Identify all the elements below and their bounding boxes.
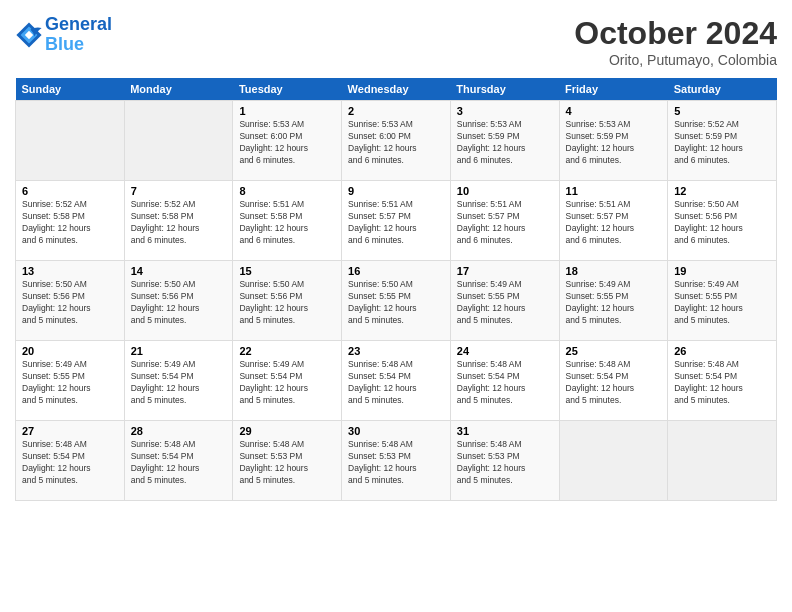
day-detail: Sunrise: 5:49 AM Sunset: 5:55 PM Dayligh… <box>674 279 770 327</box>
month-title: October 2024 <box>574 15 777 52</box>
calendar-table: SundayMondayTuesdayWednesdayThursdayFrid… <box>15 78 777 501</box>
day-cell: 18Sunrise: 5:49 AM Sunset: 5:55 PM Dayli… <box>559 261 668 341</box>
header-sunday: Sunday <box>16 78 125 101</box>
day-cell: 3Sunrise: 5:53 AM Sunset: 5:59 PM Daylig… <box>450 101 559 181</box>
day-number: 29 <box>239 425 335 437</box>
day-detail: Sunrise: 5:52 AM Sunset: 5:59 PM Dayligh… <box>674 119 770 167</box>
day-number: 6 <box>22 185 118 197</box>
day-cell: 19Sunrise: 5:49 AM Sunset: 5:55 PM Dayli… <box>668 261 777 341</box>
day-detail: Sunrise: 5:51 AM Sunset: 5:57 PM Dayligh… <box>348 199 444 247</box>
day-cell: 31Sunrise: 5:48 AM Sunset: 5:53 PM Dayli… <box>450 421 559 501</box>
week-row-0: 1Sunrise: 5:53 AM Sunset: 6:00 PM Daylig… <box>16 101 777 181</box>
day-cell: 8Sunrise: 5:51 AM Sunset: 5:58 PM Daylig… <box>233 181 342 261</box>
day-cell: 28Sunrise: 5:48 AM Sunset: 5:54 PM Dayli… <box>124 421 233 501</box>
day-number: 15 <box>239 265 335 277</box>
logo: General Blue <box>15 15 112 55</box>
day-cell <box>16 101 125 181</box>
day-number: 19 <box>674 265 770 277</box>
day-cell: 9Sunrise: 5:51 AM Sunset: 5:57 PM Daylig… <box>342 181 451 261</box>
title-block: October 2024 Orito, Putumayo, Colombia <box>574 15 777 68</box>
day-detail: Sunrise: 5:49 AM Sunset: 5:54 PM Dayligh… <box>131 359 227 407</box>
day-number: 4 <box>566 105 662 117</box>
day-detail: Sunrise: 5:48 AM Sunset: 5:53 PM Dayligh… <box>457 439 553 487</box>
day-number: 22 <box>239 345 335 357</box>
day-cell: 22Sunrise: 5:49 AM Sunset: 5:54 PM Dayli… <box>233 341 342 421</box>
week-row-2: 13Sunrise: 5:50 AM Sunset: 5:56 PM Dayli… <box>16 261 777 341</box>
day-number: 13 <box>22 265 118 277</box>
week-row-1: 6Sunrise: 5:52 AM Sunset: 5:58 PM Daylig… <box>16 181 777 261</box>
day-detail: Sunrise: 5:50 AM Sunset: 5:56 PM Dayligh… <box>239 279 335 327</box>
day-number: 10 <box>457 185 553 197</box>
week-row-3: 20Sunrise: 5:49 AM Sunset: 5:55 PM Dayli… <box>16 341 777 421</box>
day-cell: 13Sunrise: 5:50 AM Sunset: 5:56 PM Dayli… <box>16 261 125 341</box>
day-number: 9 <box>348 185 444 197</box>
header-wednesday: Wednesday <box>342 78 451 101</box>
day-detail: Sunrise: 5:53 AM Sunset: 5:59 PM Dayligh… <box>457 119 553 167</box>
day-number: 5 <box>674 105 770 117</box>
day-number: 16 <box>348 265 444 277</box>
header-monday: Monday <box>124 78 233 101</box>
day-cell: 16Sunrise: 5:50 AM Sunset: 5:55 PM Dayli… <box>342 261 451 341</box>
day-cell: 25Sunrise: 5:48 AM Sunset: 5:54 PM Dayli… <box>559 341 668 421</box>
day-number: 17 <box>457 265 553 277</box>
day-detail: Sunrise: 5:50 AM Sunset: 5:56 PM Dayligh… <box>131 279 227 327</box>
day-cell: 27Sunrise: 5:48 AM Sunset: 5:54 PM Dayli… <box>16 421 125 501</box>
day-cell: 17Sunrise: 5:49 AM Sunset: 5:55 PM Dayli… <box>450 261 559 341</box>
day-cell: 2Sunrise: 5:53 AM Sunset: 6:00 PM Daylig… <box>342 101 451 181</box>
day-detail: Sunrise: 5:50 AM Sunset: 5:56 PM Dayligh… <box>22 279 118 327</box>
day-number: 1 <box>239 105 335 117</box>
day-cell: 5Sunrise: 5:52 AM Sunset: 5:59 PM Daylig… <box>668 101 777 181</box>
day-cell: 6Sunrise: 5:52 AM Sunset: 5:58 PM Daylig… <box>16 181 125 261</box>
day-cell: 11Sunrise: 5:51 AM Sunset: 5:57 PM Dayli… <box>559 181 668 261</box>
day-detail: Sunrise: 5:48 AM Sunset: 5:54 PM Dayligh… <box>566 359 662 407</box>
day-detail: Sunrise: 5:51 AM Sunset: 5:57 PM Dayligh… <box>566 199 662 247</box>
day-detail: Sunrise: 5:48 AM Sunset: 5:54 PM Dayligh… <box>348 359 444 407</box>
day-number: 28 <box>131 425 227 437</box>
day-cell: 26Sunrise: 5:48 AM Sunset: 5:54 PM Dayli… <box>668 341 777 421</box>
logo-line2: Blue <box>45 34 84 54</box>
day-detail: Sunrise: 5:51 AM Sunset: 5:58 PM Dayligh… <box>239 199 335 247</box>
day-detail: Sunrise: 5:49 AM Sunset: 5:55 PM Dayligh… <box>22 359 118 407</box>
header-row: SundayMondayTuesdayWednesdayThursdayFrid… <box>16 78 777 101</box>
header-tuesday: Tuesday <box>233 78 342 101</box>
day-number: 8 <box>239 185 335 197</box>
day-cell <box>668 421 777 501</box>
day-cell: 24Sunrise: 5:48 AM Sunset: 5:54 PM Dayli… <box>450 341 559 421</box>
day-cell: 4Sunrise: 5:53 AM Sunset: 5:59 PM Daylig… <box>559 101 668 181</box>
day-number: 30 <box>348 425 444 437</box>
day-detail: Sunrise: 5:52 AM Sunset: 5:58 PM Dayligh… <box>22 199 118 247</box>
day-detail: Sunrise: 5:48 AM Sunset: 5:54 PM Dayligh… <box>457 359 553 407</box>
page: General Blue October 2024 Orito, Putumay… <box>0 0 792 612</box>
day-detail: Sunrise: 5:53 AM Sunset: 6:00 PM Dayligh… <box>239 119 335 167</box>
day-cell: 23Sunrise: 5:48 AM Sunset: 5:54 PM Dayli… <box>342 341 451 421</box>
day-number: 7 <box>131 185 227 197</box>
logo-icon <box>15 21 43 49</box>
day-number: 11 <box>566 185 662 197</box>
header-friday: Friday <box>559 78 668 101</box>
day-cell: 21Sunrise: 5:49 AM Sunset: 5:54 PM Dayli… <box>124 341 233 421</box>
day-number: 12 <box>674 185 770 197</box>
logo-text: General Blue <box>45 15 112 55</box>
day-detail: Sunrise: 5:52 AM Sunset: 5:58 PM Dayligh… <box>131 199 227 247</box>
day-cell: 20Sunrise: 5:49 AM Sunset: 5:55 PM Dayli… <box>16 341 125 421</box>
day-detail: Sunrise: 5:53 AM Sunset: 6:00 PM Dayligh… <box>348 119 444 167</box>
day-detail: Sunrise: 5:50 AM Sunset: 5:56 PM Dayligh… <box>674 199 770 247</box>
day-detail: Sunrise: 5:48 AM Sunset: 5:54 PM Dayligh… <box>674 359 770 407</box>
day-detail: Sunrise: 5:48 AM Sunset: 5:53 PM Dayligh… <box>239 439 335 487</box>
header-thursday: Thursday <box>450 78 559 101</box>
day-number: 20 <box>22 345 118 357</box>
day-detail: Sunrise: 5:53 AM Sunset: 5:59 PM Dayligh… <box>566 119 662 167</box>
day-detail: Sunrise: 5:49 AM Sunset: 5:55 PM Dayligh… <box>566 279 662 327</box>
day-detail: Sunrise: 5:50 AM Sunset: 5:55 PM Dayligh… <box>348 279 444 327</box>
logo-line1: General <box>45 14 112 34</box>
day-detail: Sunrise: 5:49 AM Sunset: 5:54 PM Dayligh… <box>239 359 335 407</box>
day-detail: Sunrise: 5:48 AM Sunset: 5:53 PM Dayligh… <box>348 439 444 487</box>
week-row-4: 27Sunrise: 5:48 AM Sunset: 5:54 PM Dayli… <box>16 421 777 501</box>
day-number: 18 <box>566 265 662 277</box>
header-saturday: Saturday <box>668 78 777 101</box>
day-number: 21 <box>131 345 227 357</box>
day-number: 27 <box>22 425 118 437</box>
day-cell: 29Sunrise: 5:48 AM Sunset: 5:53 PM Dayli… <box>233 421 342 501</box>
day-number: 24 <box>457 345 553 357</box>
day-cell: 15Sunrise: 5:50 AM Sunset: 5:56 PM Dayli… <box>233 261 342 341</box>
